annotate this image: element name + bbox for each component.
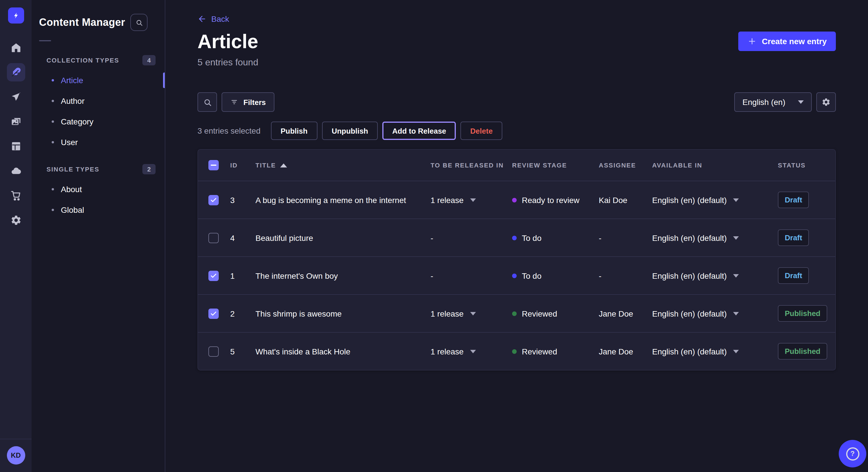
cell-available-in[interactable]: English (en) (default) — [652, 233, 778, 242]
filter-icon — [230, 98, 238, 106]
row-checkbox[interactable] — [208, 233, 219, 243]
bullet-icon — [52, 209, 54, 211]
row-checkbox[interactable] — [208, 270, 219, 281]
subnav-section: SINGLE TYPES 2 About Global — [32, 161, 165, 220]
column-header-review-stage[interactable]: REVIEW STAGE — [512, 162, 599, 169]
back-link[interactable]: Back — [197, 14, 229, 24]
check-icon — [210, 272, 217, 279]
view-settings-button[interactable] — [816, 92, 836, 112]
cell-to-be-released-in[interactable]: - — [431, 271, 512, 280]
cell-review-stage: Reviewed — [512, 347, 599, 356]
table-header-row: ID TITLE TO BE RELEASED IN REVIEW STAGE … — [198, 150, 835, 181]
chevron-down-icon — [470, 198, 476, 202]
create-new-entry-button[interactable]: Create new entry — [738, 32, 836, 51]
cell-status: Published — [778, 343, 835, 360]
action-button-unpublish[interactable]: Unpublish — [322, 122, 378, 140]
cloud-icon[interactable] — [7, 162, 25, 180]
selection-count: 3 entries selected — [197, 126, 260, 135]
cell-available-in[interactable]: English (en) (default) — [652, 309, 778, 318]
cell-title: The internet's Own boy — [255, 271, 431, 280]
search-button[interactable] — [197, 92, 217, 112]
chevron-down-icon — [733, 274, 739, 277]
cell-to-be-released-in[interactable]: 1 release — [431, 195, 512, 204]
rail-footer: KD — [0, 439, 32, 472]
filters-button[interactable]: Filters — [222, 92, 274, 112]
bullet-icon — [52, 141, 54, 143]
table-row[interactable]: 1 The internet's Own boy - To do - Engli… — [198, 257, 835, 295]
back-label: Back — [211, 14, 229, 24]
column-header-title[interactable]: TITLE — [255, 162, 431, 169]
media-library-icon[interactable] — [7, 112, 25, 131]
help-button[interactable]: ? — [839, 440, 866, 467]
arrow-left-icon — [197, 14, 207, 24]
chevron-down-icon — [733, 312, 739, 315]
sidebar-item-about[interactable]: About — [32, 179, 165, 200]
cell-assignee: Kai Doe — [599, 195, 652, 204]
column-header-available-in[interactable]: AVAILABLE IN — [652, 162, 778, 169]
cell-to-be-released-in[interactable]: 1 release — [431, 347, 512, 356]
content-type-builder-icon[interactable] — [7, 137, 25, 156]
column-header-released-in[interactable]: TO BE RELEASED IN — [431, 162, 512, 169]
search-icon — [135, 19, 143, 26]
releases-icon[interactable] — [7, 88, 25, 106]
chevron-down-icon — [798, 100, 804, 104]
action-button-publish[interactable]: Publish — [271, 122, 317, 140]
column-header-status[interactable]: STATUS — [778, 162, 835, 169]
home-icon[interactable] — [7, 38, 25, 57]
bullet-icon — [52, 121, 54, 123]
subnav-sections: COLLECTION TYPES 4 Article Author Catego… — [32, 52, 165, 220]
marketplace-icon[interactable] — [7, 187, 25, 205]
chevron-down-icon — [733, 236, 739, 239]
status-badge: Draft — [778, 267, 809, 284]
cell-assignee: Jane Doe — [599, 347, 652, 356]
settings-icon[interactable] — [7, 211, 25, 229]
cell-title: A bug is becoming a meme on the internet — [255, 195, 431, 204]
table-row[interactable]: 5 What's inside a Black Hole 1 release R… — [198, 333, 835, 370]
row-checkbox[interactable] — [208, 195, 219, 205]
search-icon — [203, 98, 212, 106]
cell-available-in[interactable]: English (en) (default) — [652, 347, 778, 356]
chevron-down-icon — [470, 312, 476, 315]
locale-select[interactable]: English (en) — [735, 92, 812, 112]
stage-dot — [512, 235, 517, 240]
section-label: COLLECTION TYPES — [46, 57, 119, 64]
sidebar-item-author[interactable]: Author — [32, 91, 165, 111]
stage-dot — [512, 349, 517, 353]
status-badge: Published — [778, 305, 827, 322]
plus-icon — [747, 37, 756, 46]
cell-available-in[interactable]: English (en) (default) — [652, 271, 778, 280]
nav-rail: KD — [0, 0, 32, 472]
cell-title: What's inside a Black Hole — [255, 347, 431, 356]
user-avatar[interactable]: KD — [7, 446, 25, 465]
action-button-delete[interactable]: Delete — [460, 122, 502, 140]
content-manager-icon[interactable] — [7, 63, 25, 81]
subnav-search-button[interactable] — [130, 14, 148, 31]
cell-to-be-released-in[interactable]: - — [431, 233, 512, 242]
cell-assignee: - — [599, 271, 652, 280]
strapi-logo[interactable] — [8, 7, 24, 24]
action-button-add-to-release[interactable]: Add to Release — [382, 122, 456, 140]
cell-to-be-released-in[interactable]: 1 release — [431, 309, 512, 318]
sidebar-item-category[interactable]: Category — [32, 111, 165, 132]
sidebar-item-global[interactable]: Global — [32, 200, 165, 220]
content-manager-subnav: Content Manager COLLECTION TYPES 4 Artic… — [32, 0, 165, 472]
sidebar-item-user[interactable]: User — [32, 132, 165, 153]
stage-dot — [512, 311, 517, 316]
table-row[interactable]: 2 This shrimp is awesome 1 release Revie… — [198, 295, 835, 333]
strapi-admin: KD Content Manager COLLECTION TYPES 4 Ar… — [0, 0, 868, 472]
subnav-divider — [39, 40, 51, 41]
cell-id: 3 — [230, 195, 255, 204]
row-checkbox[interactable] — [208, 308, 219, 318]
cell-available-in[interactable]: English (en) (default) — [652, 195, 778, 204]
question-mark-icon: ? — [846, 447, 859, 460]
table-row[interactable]: 3 A bug is becoming a meme on the intern… — [198, 181, 835, 219]
cell-id: 2 — [230, 309, 255, 318]
column-header-assignee[interactable]: ASSIGNEE — [599, 162, 652, 169]
table-row[interactable]: 4 Beautiful picture - To do - English (e… — [198, 219, 835, 257]
column-header-id[interactable]: ID — [230, 162, 255, 169]
sidebar-item-article[interactable]: Article — [32, 70, 165, 91]
row-checkbox[interactable] — [208, 346, 219, 357]
check-icon — [210, 196, 217, 203]
cell-review-stage: To do — [512, 233, 599, 242]
select-all-checkbox[interactable] — [208, 160, 219, 170]
